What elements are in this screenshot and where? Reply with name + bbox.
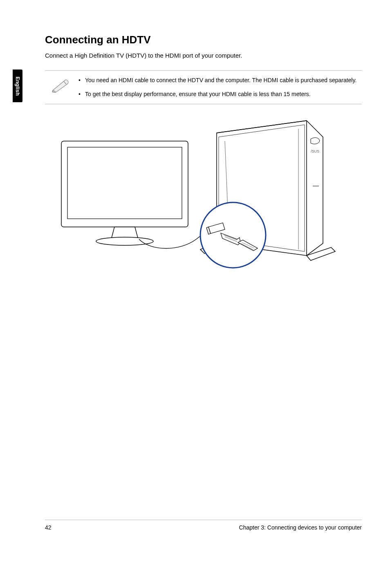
page-number: 42	[45, 524, 52, 531]
connection-diagram: /SUS	[45, 117, 362, 276]
language-side-tab: English	[13, 70, 22, 102]
section-heading: Connecting an HDTV	[45, 34, 362, 46]
svg-rect-2	[67, 147, 182, 219]
svg-point-3	[96, 237, 153, 245]
hdtv-monitor-icon	[61, 141, 188, 245]
chapter-label: Chapter 3: Connecting devices to your co…	[239, 524, 362, 531]
main-content: Connecting an HDTV Connect a High Defini…	[45, 34, 362, 276]
svg-point-5	[200, 202, 266, 268]
note-pencil-icon	[45, 76, 78, 94]
svg-text:/SUS: /SUS	[311, 149, 319, 153]
note-bullet-1: You need an HDMI cable to connect the HD…	[78, 76, 362, 85]
note-text-container: You need an HDMI cable to connect the HD…	[78, 76, 362, 98]
intro-text: Connect a High Definition TV (HDTV) to t…	[45, 52, 362, 59]
page-footer: 42 Chapter 3: Connecting devices to your…	[45, 520, 362, 531]
note-block: You need an HDMI cable to connect the HD…	[45, 70, 362, 104]
svg-point-0	[53, 91, 55, 92]
hdmi-port-detail-icon	[200, 202, 266, 268]
note-bullet-2: To get the best display performance, ens…	[78, 90, 362, 99]
